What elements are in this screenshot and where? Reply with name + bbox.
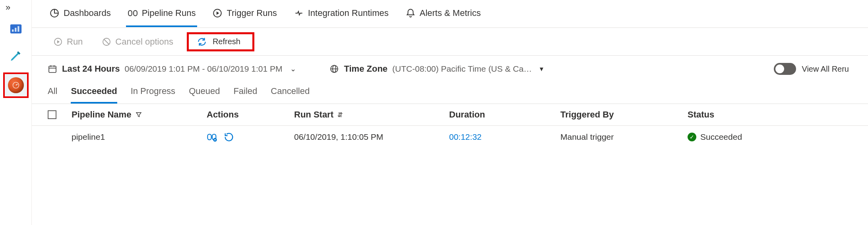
view-all-reruns-toggle[interactable]: View All Reru bbox=[774, 63, 852, 75]
toggle-switch[interactable] bbox=[774, 63, 796, 75]
tz-label: Time Zone bbox=[344, 64, 388, 74]
th-run-start[interactable]: Run Start ⇵ bbox=[294, 110, 449, 120]
status-tabs: All Succeeded In Progress Queued Failed … bbox=[32, 82, 868, 104]
bell-icon bbox=[405, 8, 416, 18]
select-all-checkbox[interactable] bbox=[48, 110, 56, 119]
th-label: Status bbox=[688, 110, 714, 120]
globe-icon bbox=[329, 64, 339, 74]
th-duration: Duration bbox=[449, 110, 560, 120]
timezone-picker[interactable]: Time Zone (UTC-08:00) Pacific Time (US &… bbox=[329, 64, 546, 74]
tab-label: Alerts & Metrics bbox=[420, 8, 481, 18]
chevron-down-icon: ⌄ bbox=[287, 65, 299, 73]
range-value: 06/09/2019 1:01 PM - 06/10/2019 1:01 PM bbox=[125, 64, 283, 74]
th-label: Triggered By bbox=[560, 110, 614, 120]
triggered-by: Manual trigger bbox=[560, 132, 614, 142]
button-label: Cancel options bbox=[115, 37, 173, 47]
top-nav: Dashboards Pipeline Runs Trigger Runs In… bbox=[32, 0, 868, 28]
svg-rect-12 bbox=[49, 66, 56, 72]
toolbar: Run Cancel options Refresh bbox=[32, 28, 868, 56]
th-actions: Actions bbox=[207, 110, 294, 120]
sidebar-item-overview[interactable] bbox=[6, 20, 25, 39]
svg-line-11 bbox=[104, 39, 109, 44]
th-triggered-by: Triggered By bbox=[560, 110, 688, 120]
success-icon: ✓ bbox=[688, 133, 696, 141]
cancel-icon bbox=[102, 37, 111, 47]
th-status: Status bbox=[688, 110, 852, 120]
play-circle-icon bbox=[212, 8, 223, 18]
duration[interactable]: 00:12:32 bbox=[449, 132, 482, 142]
filter-icon[interactable] bbox=[135, 111, 142, 118]
tab-label: Trigger Runs bbox=[227, 8, 277, 18]
tab-pipeline-runs[interactable]: Pipeline Runs bbox=[126, 8, 198, 27]
pie-icon bbox=[49, 8, 60, 18]
table-row[interactable]: pipeline1 06/10/2019, 1:10:05 PM 00:12:3… bbox=[32, 126, 868, 148]
status-tab-queued[interactable]: Queued bbox=[189, 86, 220, 104]
sidebar-expand[interactable]: » bbox=[0, 2, 31, 13]
date-range-picker[interactable]: Last 24 Hours 06/09/2019 1:01 PM - 06/10… bbox=[48, 64, 299, 74]
sidebar-item-author[interactable] bbox=[6, 46, 25, 65]
cancel-options-button[interactable]: Cancel options bbox=[96, 34, 179, 49]
button-label: Run bbox=[67, 37, 83, 47]
toggle-label: View All Reru bbox=[802, 65, 849, 74]
tab-dashboards[interactable]: Dashboards bbox=[48, 8, 112, 27]
rerun-icon[interactable] bbox=[223, 131, 234, 143]
calendar-icon bbox=[48, 64, 57, 74]
status-text: Succeeded bbox=[700, 132, 742, 142]
pipeline-name[interactable]: pipeline1 bbox=[72, 132, 105, 142]
tz-value: (UTC-08:00) Pacific Time (US & Ca… bbox=[392, 64, 532, 74]
svg-rect-3 bbox=[17, 26, 19, 32]
tab-integration-runtimes[interactable]: Integration Runtimes bbox=[292, 8, 390, 27]
chart-icon bbox=[9, 23, 23, 36]
th-pipeline-name[interactable]: Pipeline Name bbox=[72, 110, 207, 120]
status-tab-in-progress[interactable]: In Progress bbox=[131, 86, 176, 104]
tab-alerts-metrics[interactable]: Alerts & Metrics bbox=[404, 8, 482, 27]
svg-rect-6 bbox=[128, 10, 132, 16]
pipeline-icon bbox=[128, 8, 138, 18]
th-label: Actions bbox=[207, 110, 239, 120]
tab-label: Pipeline Runs bbox=[142, 8, 196, 18]
refresh-icon bbox=[197, 37, 207, 47]
svg-rect-1 bbox=[12, 29, 14, 32]
tab-label: Integration Runtimes bbox=[308, 8, 389, 18]
status-tab-all[interactable]: All bbox=[48, 86, 57, 104]
th-label: Pipeline Name bbox=[72, 110, 131, 120]
caret-down-icon: ▾ bbox=[537, 65, 546, 73]
filter-bar: Last 24 Hours 06/09/2019 1:01 PM - 06/10… bbox=[32, 56, 868, 82]
svg-rect-7 bbox=[134, 10, 137, 16]
refresh-button[interactable]: Refresh bbox=[187, 32, 254, 51]
pencil-icon bbox=[9, 49, 23, 63]
status-badge: ✓ Succeeded bbox=[688, 132, 742, 142]
range-label: Last 24 Hours bbox=[62, 64, 120, 74]
sidebar: » bbox=[0, 0, 32, 225]
main-content: Dashboards Pipeline Runs Trigger Runs In… bbox=[32, 0, 868, 225]
button-label: Refresh bbox=[213, 37, 240, 46]
status-tab-succeeded[interactable]: Succeeded bbox=[71, 86, 117, 104]
tab-label: Dashboards bbox=[64, 8, 111, 18]
view-activity-runs-icon[interactable] bbox=[207, 131, 218, 143]
sort-icon[interactable]: ⇵ bbox=[337, 111, 343, 119]
sidebar-item-monitor[interactable] bbox=[3, 72, 29, 98]
status-tab-failed[interactable]: Failed bbox=[233, 86, 257, 104]
th-label: Duration bbox=[449, 110, 485, 120]
tab-trigger-runs[interactable]: Trigger Runs bbox=[211, 8, 278, 27]
gauge-icon bbox=[8, 77, 24, 93]
svg-rect-2 bbox=[15, 28, 16, 32]
svg-rect-19 bbox=[207, 134, 211, 140]
runtime-icon bbox=[294, 8, 304, 18]
run-icon bbox=[53, 37, 63, 47]
run-button[interactable]: Run bbox=[48, 34, 88, 49]
status-tab-cancelled[interactable]: Cancelled bbox=[271, 86, 310, 104]
run-start: 06/10/2019, 1:10:05 PM bbox=[294, 132, 383, 142]
table-header: Pipeline Name Actions Run Start ⇵ Durati… bbox=[32, 104, 868, 126]
th-label: Run Start bbox=[294, 110, 333, 120]
